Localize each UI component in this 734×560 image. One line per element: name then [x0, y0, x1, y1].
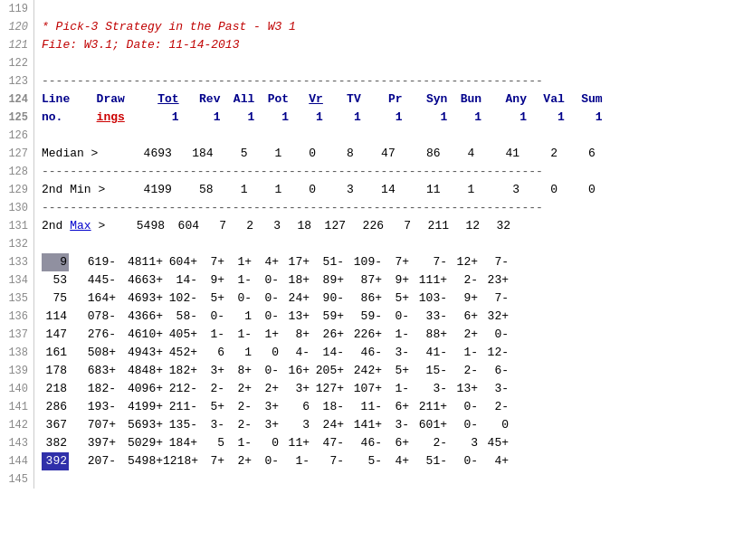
main-container: 119 120 * Pick-3 Strategy in the Past - … [0, 0, 734, 489]
table-row: 184+ [163, 434, 197, 452]
table-row: 382 [42, 434, 69, 452]
table-row: 2+ [447, 326, 478, 344]
title-line1: * Pick-3 Strategy in the Past - W3 1 [34, 18, 734, 36]
table-row: 1- [224, 271, 252, 289]
table-row: 9 [42, 253, 69, 271]
median-val: 2 [527, 145, 558, 163]
table-row: 17+ [279, 253, 310, 271]
line-125: 125 no. ings 1 1 1 1 1 1 1 1 1 1 1 1 [0, 109, 734, 127]
table-row: 1+ [224, 253, 252, 271]
table-row: 23+ [478, 271, 509, 289]
line-129: 129 2nd Min > 4199 58 1 1 0 3 14 11 1 3 … [0, 181, 734, 199]
table-row: 3+ [252, 416, 279, 434]
table-row: 242+ [344, 362, 382, 380]
table-row: 59- [344, 308, 382, 326]
table-row: 15- [409, 362, 447, 380]
table-row: 7- [310, 452, 344, 470]
table-row: 211+ [409, 398, 447, 416]
table-row: 5+ [382, 289, 409, 308]
table-row: 6- [478, 362, 509, 380]
line-126: 126 [0, 127, 734, 145]
median-draw: 4693 [125, 145, 172, 163]
table-row: 4610+ [116, 326, 163, 344]
h-draw: Draw [78, 90, 125, 109]
table-row: 4+ [478, 452, 509, 470]
table-row: 2- [478, 398, 509, 416]
line-128: 128 ------------------------------------… [0, 163, 734, 181]
table-row: 182+ [163, 362, 197, 380]
table-row: 8+ [279, 326, 310, 344]
table-row: 392 [42, 452, 69, 470]
line-142: 142367707+5693+135-3-2-3+324+141+3-601+0… [0, 416, 734, 434]
line-130: 130 ------------------------------------… [0, 199, 734, 217]
h2-line: no. [42, 109, 71, 127]
h-bun: Bun [454, 90, 481, 109]
table-row: 161 [42, 344, 69, 362]
table-row: 1- [279, 452, 310, 470]
table-row: 6+ [447, 308, 478, 326]
data-row-content-136: 114078-4366+58-0-10-13+59+59-0-33-6+32+ [34, 308, 734, 326]
table-row: 4848+ [116, 362, 163, 380]
table-row: 0- [382, 308, 409, 326]
title-line2: File: W3.1; Date: 11-14-2013 [34, 36, 734, 54]
table-row: 9+ [197, 271, 224, 289]
h-tot-underline: Tot [157, 92, 178, 106]
table-row: 135- [163, 416, 197, 434]
table-row: 88+ [409, 326, 447, 344]
line-124: 124 Line Draw Tot Rev All Pot Vr TV Pr S… [0, 90, 734, 109]
separator-3: ----------------------------------------… [34, 199, 734, 217]
min2-rev: 1 [220, 181, 247, 199]
data-row-content-140: 218182-4096+212-2-2+2+3+127+107+1-3-13+3… [34, 380, 734, 398]
min2-row: 2nd Min > 4199 58 1 1 0 3 14 11 1 3 0 0 [34, 181, 734, 199]
table-row: 207- [69, 452, 116, 470]
h2-vr: 1 [296, 109, 323, 127]
h2-tv: 1 [330, 109, 361, 127]
table-row: 4693+ [116, 289, 163, 308]
h-any: Any [489, 90, 527, 109]
table-row: 11- [344, 398, 382, 416]
table-row: 59+ [310, 308, 344, 326]
line-num-139: 139 [0, 362, 34, 380]
median-row: Median > 4693 184 5 1 0 8 47 86 4 41 2 6 [34, 145, 734, 163]
table-row: 0- [447, 398, 478, 416]
h-tot: Tot [132, 90, 179, 109]
line-120: 120 * Pick-3 Strategy in the Past - W3 1 [0, 18, 734, 36]
h-line: Line [42, 90, 71, 109]
data-row-content-139: 178683+4848+182+3+8+0-16+205+242+5+15-2-… [34, 362, 734, 380]
median-all: 1 [254, 145, 281, 163]
h2-draw-text: ings [97, 110, 125, 124]
h2-bun: 1 [454, 109, 481, 127]
line-num-142: 142 [0, 416, 34, 434]
table-row: 212- [163, 380, 197, 398]
table-row: 3+ [279, 380, 310, 398]
line-num-128: 128 [0, 163, 34, 181]
min2-tv: 14 [361, 181, 396, 199]
h2-val: 1 [534, 109, 565, 127]
table-row: 26+ [310, 326, 344, 344]
max2-label: 2nd Max > [42, 217, 118, 235]
table-row: 1- [224, 326, 252, 344]
table-row: 182- [69, 380, 116, 398]
table-row: 12- [478, 344, 509, 362]
table-row: 147 [42, 326, 69, 344]
table-row: 0 [252, 434, 279, 452]
table-row: 5+ [197, 398, 224, 416]
line-144: 144392207-5498+1218+7+2+0-1-7-5-4+51-0-4… [0, 452, 734, 470]
max2-row: 2nd Max >54986047231812722672111232 [34, 217, 734, 235]
min2-syn: 1 [447, 181, 474, 199]
table-row: 405+ [163, 326, 197, 344]
header-row-1: Line Draw Tot Rev All Pot Vr TV Pr Syn B… [34, 90, 734, 109]
table-row: 11+ [279, 434, 310, 452]
table-row: 9+ [447, 289, 478, 308]
median-vr: 8 [323, 145, 354, 163]
table-row: 0- [447, 416, 478, 434]
table-row: 7+ [382, 253, 409, 271]
table-row: 6+ [382, 398, 409, 416]
table-row: 683+ [69, 362, 116, 380]
line-num-130: 130 [0, 199, 34, 217]
line-num-126: 126 [0, 127, 34, 145]
table-row: 3- [382, 344, 409, 362]
table-row: 3- [382, 416, 409, 434]
table-row: 3- [409, 380, 447, 398]
line-135: 13575164+4693+102-5+0-0-24+90-86+5+103-9… [0, 289, 734, 308]
